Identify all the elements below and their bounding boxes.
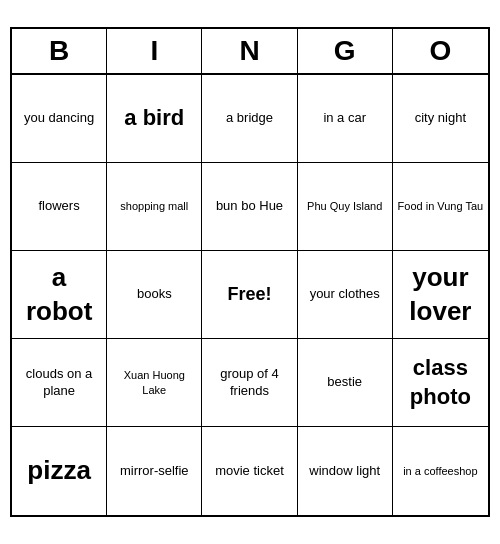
bingo-cell-4: city night xyxy=(393,75,488,163)
header-letter-n: N xyxy=(202,29,297,73)
bingo-cell-24: in a coffeeshop xyxy=(393,427,488,515)
bingo-cell-18: bestie xyxy=(298,339,393,427)
bingo-cell-17: group of 4 friends xyxy=(202,339,297,427)
bingo-cell-22: movie ticket xyxy=(202,427,297,515)
bingo-grid: you dancinga birda bridgein a carcity ni… xyxy=(12,75,488,515)
bingo-cell-13: your clothes xyxy=(298,251,393,339)
bingo-cell-21: mirror-selfie xyxy=(107,427,202,515)
bingo-cell-0: you dancing xyxy=(12,75,107,163)
bingo-cell-10: a robot xyxy=(12,251,107,339)
bingo-cell-23: window light xyxy=(298,427,393,515)
bingo-cell-19: class photo xyxy=(393,339,488,427)
header-letter-o: O xyxy=(393,29,488,73)
bingo-cell-11: books xyxy=(107,251,202,339)
bingo-cell-20: pizza xyxy=(12,427,107,515)
bingo-cell-3: in a car xyxy=(298,75,393,163)
bingo-card: BINGO you dancinga birda bridgein a carc… xyxy=(10,27,490,517)
bingo-cell-14: your lover xyxy=(393,251,488,339)
bingo-cell-2: a bridge xyxy=(202,75,297,163)
header-letter-b: B xyxy=(12,29,107,73)
header-letter-i: I xyxy=(107,29,202,73)
bingo-cell-12: Free! xyxy=(202,251,297,339)
bingo-cell-6: shopping mall xyxy=(107,163,202,251)
bingo-cell-16: Xuan Huong Lake xyxy=(107,339,202,427)
bingo-cell-5: flowers xyxy=(12,163,107,251)
bingo-header: BINGO xyxy=(12,29,488,75)
bingo-cell-7: bun bo Hue xyxy=(202,163,297,251)
bingo-cell-9: Food in Vung Tau xyxy=(393,163,488,251)
bingo-cell-1: a bird xyxy=(107,75,202,163)
bingo-cell-8: Phu Quy Island xyxy=(298,163,393,251)
bingo-cell-15: clouds on a plane xyxy=(12,339,107,427)
header-letter-g: G xyxy=(298,29,393,73)
